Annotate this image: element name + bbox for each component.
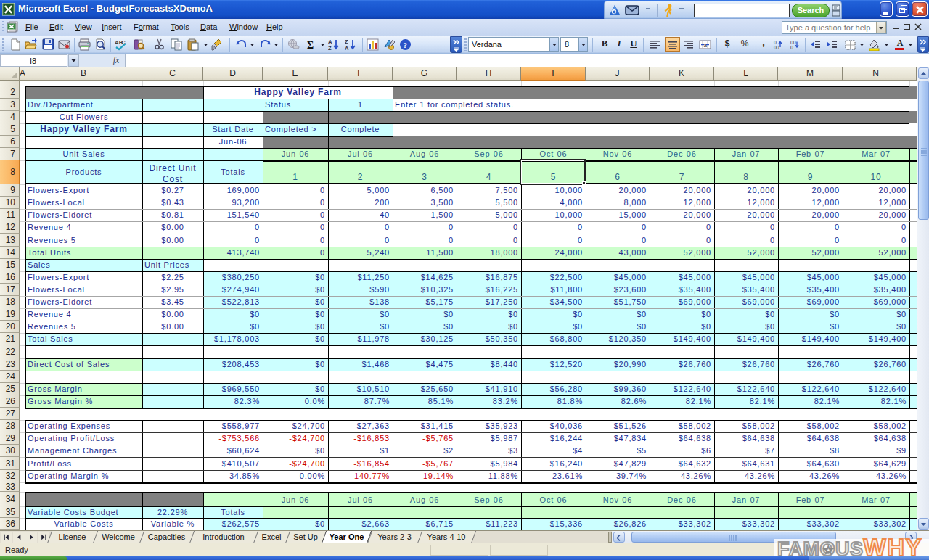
svg-text:Z: Z (328, 45, 332, 51)
svg-text:.00: .00 (789, 40, 796, 45)
svg-text:?: ? (404, 41, 408, 49)
svg-text:Z: Z (345, 38, 348, 45)
svg-text:Σ: Σ (307, 40, 314, 51)
svg-text:a: a (704, 42, 708, 49)
svg-text:.00: .00 (772, 45, 779, 50)
svg-text:.0: .0 (772, 40, 777, 45)
svg-text:.0: .0 (789, 45, 793, 50)
svg-text:A: A (328, 38, 332, 45)
svg-text:A: A (345, 45, 349, 51)
